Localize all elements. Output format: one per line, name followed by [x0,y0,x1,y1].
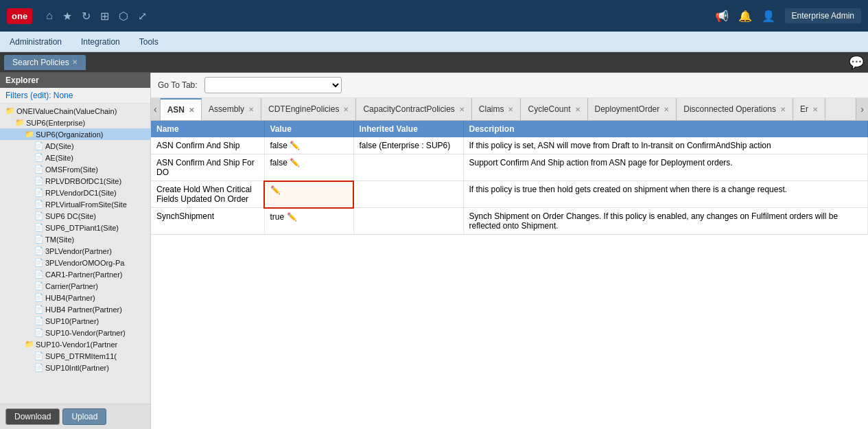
sidebar-tree-item[interactable]: 📄 RPLVendorDC1(Site) [0,187,150,198]
col-header-inherited: Inherited Value [353,121,463,137]
cell-inherited [353,154,463,181]
policy-tab-label: ASN [167,105,185,115]
sidebar-tree-item[interactable]: 📁 ONEIValueChain(ValueChain) [0,105,150,117]
sidebar-tree-item[interactable]: 📄 SUP10Intl(Partner) [0,362,150,373]
sidebar-tree-item[interactable]: 📄 TM(Site) [0,233,150,245]
policy-tab-close-icon[interactable]: ✕ [508,106,513,113]
policy-tab-close-icon[interactable]: ✕ [664,106,669,113]
cell-inherited [353,208,463,235]
sidebar: Explorer Filters (edit): None 📁 ONEIValu… [0,73,151,429]
policy-table: Name Value Inherited Value Description A… [151,121,868,235]
policy-tab-close-icon[interactable]: ✕ [248,106,254,113]
megaphone-icon[interactable]: 📢 [715,10,729,23]
sidebar-tree-item[interactable]: 📄 AE(Site) [0,152,150,163]
edit-icon[interactable]: ✏️ [290,158,300,167]
main-content: Explorer Filters (edit): None 📁 ONEIValu… [0,73,868,429]
policy-tab-label: Claims [479,104,504,114]
menu-administration[interactable]: Administration [7,36,64,48]
policy-tab-label: CapacityContractPolicies [363,104,454,114]
sidebar-tree-item[interactable]: 📄 SUP10-Vendor(Partner) [0,327,150,338]
sidebar-tree-item[interactable]: 📄 SUP6 DC(Site) [0,210,150,222]
sidebar-tree: 📁 ONEIValueChain(ValueChain)📁 SUP6(Enter… [0,104,150,404]
cell-name: ASN Confirm And Ship For DO [151,154,264,181]
table-row: ASN Confirm And Shipfalse ✏️false (Enter… [151,137,868,154]
policy-tab-close-icon[interactable]: ✕ [812,106,818,113]
menu-tools[interactable]: Tools [137,36,161,48]
edit-icon[interactable]: ✏️ [287,212,297,222]
policy-tab-er[interactable]: Er✕ [793,98,825,120]
table-area: Name Value Inherited Value Description A… [151,121,868,429]
content-panel: Go To Tab: ‹ ASN✕Assembly✕CDTEnginePolic… [151,73,868,429]
policy-tab-close-icon[interactable]: ✕ [189,106,194,114]
expand-icon[interactable]: ⤢ [138,10,147,23]
sidebar-tree-item[interactable]: 📄 3PLVendorOMOOrg-Pa [0,257,150,268]
goto-row: Go To Tab: [151,73,868,98]
edit-icon[interactable]: ✏️ [290,141,300,150]
policy-tab-label: Assembly [209,104,244,114]
tab-row: Search Policies ✕ 💬 [0,52,868,73]
menu-integration[interactable]: Integration [78,36,123,48]
refresh-icon[interactable]: ↻ [82,10,91,23]
bell-icon[interactable]: 🔔 [738,10,752,23]
policy-tab-close-icon[interactable]: ✕ [780,106,786,113]
user-icon[interactable]: 👤 [762,10,775,23]
top-bar: one ⌂ ★ ↻ ⊞ ⬡ ⤢ 📢 🔔 👤 Enterprise Admin [0,0,868,32]
edit-icon[interactable]: ✏️ [270,185,281,195]
policy-tabs-next[interactable]: › [856,98,868,120]
policy-tabs-prev[interactable]: ‹ [151,98,161,120]
tab-close-icon[interactable]: ✕ [72,58,78,66]
sidebar-tree-item[interactable]: 📄 OMSFrom(Site) [0,163,150,175]
policy-tab-close-icon[interactable]: ✕ [459,106,465,113]
sidebar-header: Explorer [0,73,150,88]
chat-icon[interactable]: 💬 [849,55,864,70]
policy-tab-cyclecount[interactable]: CycleCount✕ [521,98,587,120]
policy-tab-deploymentorder[interactable]: DeploymentOrder✕ [588,98,677,120]
policy-tab-claims[interactable]: Claims✕ [472,98,521,120]
sidebar-tree-item[interactable]: 📄 SUP10(Partner) [0,315,150,327]
cell-name: Create Hold When Critical Fields Updated… [151,181,264,208]
sidebar-tree-item[interactable]: 📁 SUP6(Organization) [0,128,150,140]
policy-tab-close-icon[interactable]: ✕ [575,106,580,113]
policy-tab-assembly[interactable]: Assembly✕ [202,98,261,120]
sidebar-tree-item[interactable]: 📄 AD(Site) [0,140,150,152]
policy-tab-label: DeploymentOrder [595,104,660,114]
sidebar-tree-item[interactable]: 📁 SUP10-Vendor1(Partner [0,338,150,350]
home-icon[interactable]: ⌂ [46,10,53,22]
policy-tab-label: CycleCount [528,104,570,114]
cell-value: false ✏️ [264,154,353,181]
policy-tab-cdtenginepolicies[interactable]: CDTEnginePolicies✕ [261,98,356,120]
cell-name: SynchShipment [151,208,264,235]
sidebar-tree-item[interactable]: 📄 HUB4(Partner) [0,292,150,303]
download-button[interactable]: Download [5,408,60,425]
policy-tab-capacitycontractpolicies[interactable]: CapacityContractPolicies✕ [356,98,471,120]
table-row: ASN Confirm And Ship For DOfalse ✏️Suppo… [151,154,868,181]
sidebar-tree-item[interactable]: 📄 CAR1-Partner(Partner) [0,268,150,280]
policy-tab-label: CDTEnginePolicies [268,104,339,114]
sidebar-tree-item[interactable]: 📄 HUB4 Partner(Partner) [0,303,150,315]
policy-tab-disconnected-operations[interactable]: Disconnected Operations✕ [677,98,793,120]
cell-value: false ✏️ [264,137,353,154]
col-header-name: Name [151,121,264,137]
sidebar-tree-item[interactable]: 📄 RPLVDRBOfDC1(Site) [0,175,150,187]
cell-inherited [353,181,463,208]
goto-select[interactable] [204,77,342,93]
upload-button[interactable]: Upload [62,408,106,425]
sidebar-tree-item[interactable]: 📄 SUP6_DTRMItem11( [0,350,150,362]
policy-tab-asn[interactable]: ASN✕ [161,98,202,120]
filters-value: None [54,91,73,100]
sidebar-tree-item[interactable]: 📁 SUP6(Enterprise) [0,117,150,128]
cell-inherited: false (Enterprise : SUP6) [353,137,463,154]
export-icon[interactable]: ⬡ [119,10,128,23]
goto-label: Go To Tab: [158,80,198,90]
sidebar-tree-item[interactable]: 📄 SUP6_DTPiant1(Site) [0,222,150,233]
top-bar-right: 📢 🔔 👤 Enterprise Admin [715,8,861,23]
table-row: SynchShipmenttrue ✏️Synch Shipment on Or… [151,208,868,235]
save-icon[interactable]: ⊞ [100,10,109,23]
policy-tab-label: Er [800,104,808,114]
star-icon[interactable]: ★ [62,10,72,23]
policy-tab-close-icon[interactable]: ✕ [343,106,349,113]
sidebar-tree-item[interactable]: 📄 3PLVendor(Partner) [0,245,150,257]
tab-search-policies[interactable]: Search Policies ✕ [4,55,86,70]
sidebar-tree-item[interactable]: 📄 RPLVirtualFromSite(Site [0,198,150,210]
sidebar-tree-item[interactable]: 📄 Carrier(Partner) [0,280,150,292]
